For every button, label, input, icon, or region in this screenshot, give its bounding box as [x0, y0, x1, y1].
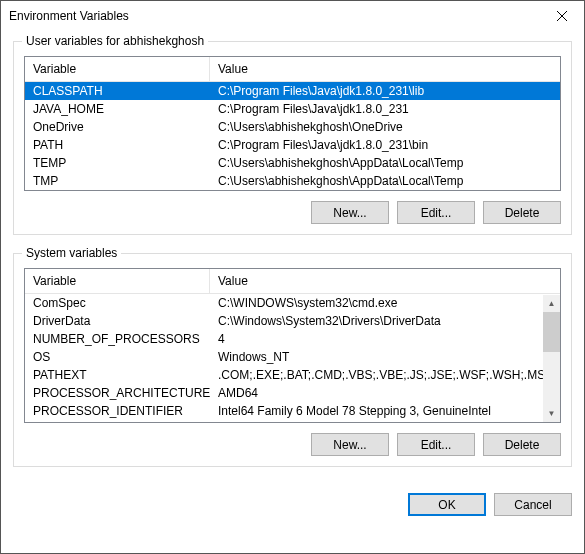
cell-variable: DriverData — [25, 314, 210, 328]
col-variable[interactable]: Variable — [25, 269, 210, 293]
user-delete-button[interactable]: Delete — [483, 201, 561, 224]
cell-value: C:\Program Files\Java\jdk1.8.0_231\lib — [210, 84, 560, 98]
cell-value: C:\Users\abhishekghosh\OneDrive — [210, 120, 560, 134]
table-row[interactable]: TEMPC:\Users\abhishekghosh\AppData\Local… — [25, 154, 560, 172]
table-row[interactable]: JAVA_HOMEC:\Program Files\Java\jdk1.8.0_… — [25, 100, 560, 118]
system-edit-button[interactable]: Edit... — [397, 433, 475, 456]
cancel-button[interactable]: Cancel — [494, 493, 572, 516]
user-variables-group: User variables for abhishekghosh Variabl… — [13, 41, 572, 235]
system-variables-group: System variables Variable Value ComSpecC… — [13, 253, 572, 467]
table-row[interactable]: PROCESSOR_ARCHITECTUREAMD64 — [25, 384, 543, 402]
cell-variable: TMP — [25, 174, 210, 188]
scroll-up-arrow-icon[interactable]: ▲ — [543, 295, 560, 312]
table-row[interactable]: DriverDataC:\Windows\System32\Drivers\Dr… — [25, 312, 543, 330]
cell-variable: NUMBER_OF_PROCESSORS — [25, 332, 210, 346]
table-row[interactable]: PROCESSOR_IDENTIFIERIntel64 Family 6 Mod… — [25, 402, 543, 420]
cell-value: 4 — [210, 332, 543, 346]
system-new-button[interactable]: New... — [311, 433, 389, 456]
cell-variable: PROCESSOR_ARCHITECTURE — [25, 386, 210, 400]
cell-value: C:\Users\abhishekghosh\AppData\Local\Tem… — [210, 156, 560, 170]
close-button[interactable] — [539, 1, 584, 31]
table-row[interactable]: PATHEXT.COM;.EXE;.BAT;.CMD;.VBS;.VBE;.JS… — [25, 366, 543, 384]
cell-variable: PROCESSOR_IDENTIFIER — [25, 404, 210, 418]
user-variables-list[interactable]: Variable Value CLASSPATHC:\Program Files… — [24, 56, 561, 191]
scroll-track[interactable] — [543, 312, 560, 405]
cell-value: C:\WINDOWS\system32\cmd.exe — [210, 296, 543, 310]
close-icon — [557, 11, 567, 21]
system-variables-header: Variable Value — [25, 269, 560, 294]
cell-variable: PATHEXT — [25, 368, 210, 382]
table-row[interactable]: ComSpecC:\WINDOWS\system32\cmd.exe — [25, 294, 543, 312]
cell-value: C:\Windows\System32\Drivers\DriverData — [210, 314, 543, 328]
cell-value: C:\Program Files\Java\jdk1.8.0_231 — [210, 102, 560, 116]
col-value[interactable]: Value — [210, 269, 560, 293]
ok-button[interactable]: OK — [408, 493, 486, 516]
table-row[interactable]: CLASSPATHC:\Program Files\Java\jdk1.8.0_… — [25, 82, 560, 100]
titlebar: Environment Variables — [1, 1, 584, 31]
table-row[interactable]: NUMBER_OF_PROCESSORS4 — [25, 330, 543, 348]
system-delete-button[interactable]: Delete — [483, 433, 561, 456]
user-variables-legend: User variables for abhishekghosh — [22, 34, 208, 48]
cell-variable: OS — [25, 350, 210, 364]
table-row[interactable]: TMPC:\Users\abhishekghosh\AppData\Local\… — [25, 172, 560, 190]
cell-value: C:\Program Files\Java\jdk1.8.0_231\bin — [210, 138, 560, 152]
cell-variable: TEMP — [25, 156, 210, 170]
cell-value: Windows_NT — [210, 350, 543, 364]
system-scrollbar[interactable]: ▲ ▼ — [543, 295, 560, 422]
cell-variable: ComSpec — [25, 296, 210, 310]
col-value[interactable]: Value — [210, 57, 560, 81]
scroll-thumb[interactable] — [543, 312, 560, 352]
col-variable[interactable]: Variable — [25, 57, 210, 81]
user-edit-button[interactable]: Edit... — [397, 201, 475, 224]
cell-variable: OneDrive — [25, 120, 210, 134]
cell-value: Intel64 Family 6 Model 78 Stepping 3, Ge… — [210, 404, 543, 418]
cell-value: AMD64 — [210, 386, 543, 400]
cell-variable: JAVA_HOME — [25, 102, 210, 116]
user-variables-header: Variable Value — [25, 57, 560, 82]
scroll-down-arrow-icon[interactable]: ▼ — [543, 405, 560, 422]
table-row[interactable]: OneDriveC:\Users\abhishekghosh\OneDrive — [25, 118, 560, 136]
cell-value: .COM;.EXE;.BAT;.CMD;.VBS;.VBE;.JS;.JSE;.… — [210, 368, 543, 382]
cell-variable: PATH — [25, 138, 210, 152]
table-row[interactable]: OSWindows_NT — [25, 348, 543, 366]
system-variables-legend: System variables — [22, 246, 121, 260]
cell-value: C:\Users\abhishekghosh\AppData\Local\Tem… — [210, 174, 560, 188]
system-variables-list[interactable]: Variable Value ComSpecC:\WINDOWS\system3… — [24, 268, 561, 423]
table-row[interactable]: PATHC:\Program Files\Java\jdk1.8.0_231\b… — [25, 136, 560, 154]
cell-variable: CLASSPATH — [25, 84, 210, 98]
window-title: Environment Variables — [9, 9, 129, 23]
user-new-button[interactable]: New... — [311, 201, 389, 224]
